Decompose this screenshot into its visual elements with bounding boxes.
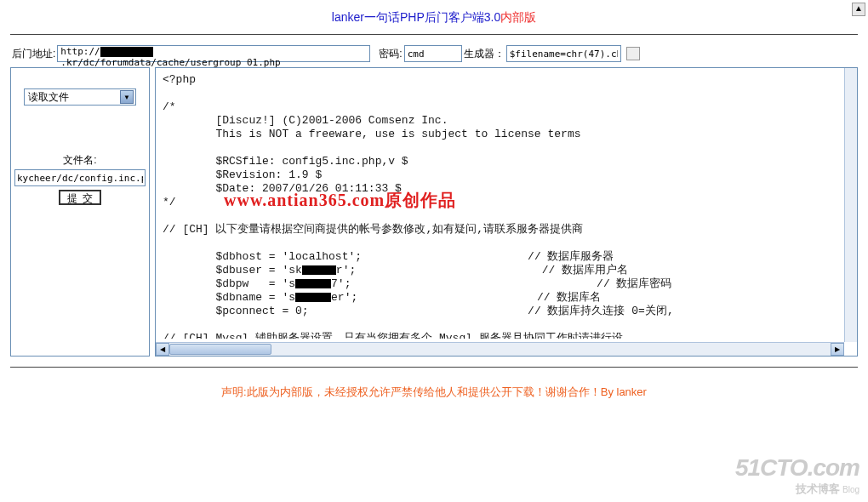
filename-label: 文件名:: [14, 153, 146, 168]
generator-label: 生成器：: [464, 47, 505, 61]
password-input[interactable]: [404, 45, 462, 62]
brand-blog: Blog: [842, 485, 859, 494]
watermark-text: www.antian365.com原创作品: [224, 189, 456, 212]
submit-button[interactable]: 提交: [59, 190, 101, 205]
divider-top: [10, 34, 858, 35]
scroll-thumb[interactable]: [169, 344, 271, 355]
action-select[interactable]: 读取文件 ▼: [24, 88, 136, 106]
horizontal-scrollbar[interactable]: ◀ ▶: [156, 342, 844, 356]
brand-watermark: 51CTO.com 技术博客 Blog: [735, 454, 859, 497]
action-select-value: 读取文件: [28, 90, 69, 105]
generator-input[interactable]: [506, 45, 621, 62]
url-label: 后门地址:: [12, 47, 55, 61]
scroll-right-icon[interactable]: ▶: [831, 343, 844, 356]
password-label: 密码:: [379, 47, 402, 61]
scroll-left-icon[interactable]: ◀: [156, 343, 169, 356]
sidebar-panel: 读取文件 ▼ 文件名: 提交: [10, 67, 150, 357]
redacted: [295, 293, 331, 302]
chevron-down-icon: ▼: [120, 90, 134, 104]
title-main: lanker一句话PHP后门客户端3.0: [332, 10, 500, 24]
scroll-track[interactable]: [169, 343, 831, 356]
brand-logo: 51CTO.com: [735, 454, 859, 482]
generator-button[interactable]: [626, 47, 640, 60]
page-title: lanker一句话PHP后门客户端3.0内部版: [0, 0, 868, 32]
code-viewer: <?php /* [Discuz!] (C)2001-2006 Comsenz …: [155, 67, 858, 357]
redacted-host: [100, 47, 153, 57]
redacted: [302, 265, 336, 275]
url-input[interactable]: http://.kr/dc/forumdata/cache/usergroup_…: [57, 45, 370, 62]
connection-form: 后门地址: http://.kr/dc/forumdata/cache/user…: [0, 37, 868, 67]
brand-sub: 技术博客: [796, 482, 840, 495]
title-suffix: 内部版: [500, 10, 536, 24]
footer-notice: 声明:此版为内部版，未经授权允许严禁传给他人和提供公开下载！谢谢合作！By la…: [0, 368, 868, 408]
redacted: [295, 279, 331, 288]
vertical-scrollbar[interactable]: [844, 68, 857, 342]
scroll-up-button[interactable]: ▲: [852, 3, 865, 16]
filename-input[interactable]: [14, 169, 146, 186]
